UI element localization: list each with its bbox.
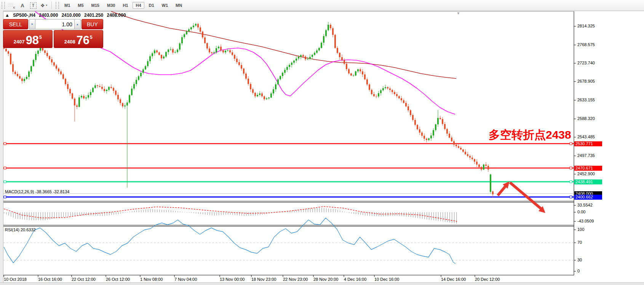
time-tick-label: 20 Dec 12:00 xyxy=(475,277,500,282)
chart-header: ▲ SP500-,H4 2403.000 2410.000 2401.250 2… xyxy=(5,13,128,18)
timeframe-m30[interactable]: M30 xyxy=(104,2,118,9)
time-tick-label: 22 Nov 23:00 xyxy=(283,277,308,282)
timeframe-h4[interactable]: H4 xyxy=(133,2,144,9)
level-handle-2-1[interactable] xyxy=(570,181,572,183)
buy-price-display[interactable]: 2408 76 5 xyxy=(54,30,104,48)
toolbar-separator xyxy=(51,2,52,9)
sell-button[interactable]: SELL xyxy=(3,19,28,29)
rsi-indicator-label: RSI(14) 20.6332 xyxy=(5,227,36,232)
indicator-grid-icon[interactable]: ···············F xyxy=(8,1,16,10)
toolbar-grip[interactable] xyxy=(2,2,5,9)
text-label-icon[interactable]: A xyxy=(18,1,27,10)
time-tick-label: 1 Nov 08:00 xyxy=(140,277,163,282)
time-tick-label: 28 Nov 20:00 xyxy=(313,277,338,282)
volume-decrease-button[interactable]: ▼ xyxy=(29,19,35,29)
volume-input[interactable] xyxy=(35,19,74,29)
level-price-badge: 2400.662 xyxy=(574,195,602,200)
level-price-badge: 2438.491 xyxy=(574,179,602,184)
price-tick-label: 2814.325 xyxy=(577,24,595,28)
price-tick-label: 2633.155 xyxy=(577,98,595,102)
text-box-icon[interactable]: T xyxy=(29,1,37,10)
one-click-trading-panel: SELL ▼ ▲ BUY 2407 98 5 2408 76 5 xyxy=(3,19,103,48)
ohlc-low: 2401.250 xyxy=(84,13,103,18)
chevron-down-icon: ▾ xyxy=(46,4,48,7)
time-tick-label: 26 Oct 12:00 xyxy=(106,277,130,282)
timeframe-h1[interactable]: H1 xyxy=(120,2,131,9)
chart-shift-marker[interactable]: ▼ xyxy=(457,11,460,15)
macd-indicator-label: MACD(12,26,9) -38.3665 -32.8134 xyxy=(5,189,69,194)
level-handle-1-1[interactable] xyxy=(570,167,572,169)
time-tick-label: 10 Dec 16:00 xyxy=(374,277,399,282)
time-tick-label: 22 Oct 12:00 xyxy=(72,277,96,282)
rsi-tick-label: 30 xyxy=(577,258,582,262)
macd-tick-label: 33.5542 xyxy=(577,203,593,207)
volume-increase-button[interactable]: ▲ xyxy=(74,19,81,29)
price-tick-label: 2588.320 xyxy=(577,116,595,121)
toolbar: ···············F A T ❖ ▾ M1M5M15M30H1H4D… xyxy=(0,0,644,11)
level-handle-2-0[interactable] xyxy=(4,181,6,183)
annotation-text[interactable]: 多空转折点2438 xyxy=(489,127,571,143)
timeframe-bar: M1M5M15M30H1H4D1W1MN xyxy=(61,2,186,9)
timeframe-m5[interactable]: M5 xyxy=(75,2,86,9)
buy-button[interactable]: BUY xyxy=(81,19,103,29)
sell-price-main: 2407 xyxy=(14,39,25,45)
timeframe-mn[interactable]: MN xyxy=(173,2,185,9)
timeframe-m15[interactable]: M15 xyxy=(88,2,102,9)
timeframe-w1[interactable]: W1 xyxy=(159,2,171,9)
time-tick-label: 14 Dec 16:00 xyxy=(441,277,466,282)
level-price-badge: 2470.671 xyxy=(574,166,602,171)
sell-price-display[interactable]: 2407 98 5 xyxy=(3,30,53,48)
level-handle-1-0[interactable] xyxy=(4,167,6,169)
ohlc-high: 2410.000 xyxy=(62,13,81,18)
objects-icon[interactable]: ❖ ▾ xyxy=(40,1,48,10)
collapse-chart-icon[interactable]: ▲ xyxy=(5,13,10,18)
time-tick-label: 10 Oct 2018 xyxy=(4,277,27,282)
time-tick-label: 7 Nov 04:00 xyxy=(174,277,197,282)
price-tick-label: 2452.900 xyxy=(577,171,595,176)
macd-tick-label: 0.00 xyxy=(577,210,585,214)
timeframe-m1[interactable]: M1 xyxy=(61,2,73,9)
buy-price-main: 2408 xyxy=(64,39,75,45)
time-tick-label: 18 Nov 23:00 xyxy=(251,277,276,282)
buy-price-pips: 76 xyxy=(77,35,89,46)
mt4-window: { "toolbar": { "tools": [ {"name":"grid-… xyxy=(0,0,644,285)
rsi-tick-label: 0 xyxy=(577,269,580,273)
price-tick-label: 2678.905 xyxy=(577,79,595,83)
buy-price-frac: 5 xyxy=(90,35,93,40)
sell-price-frac: 5 xyxy=(39,35,42,40)
price-tick-label: 2543.485 xyxy=(577,134,595,139)
price-tick-label: 2723.740 xyxy=(577,61,595,65)
window-left-edge xyxy=(0,11,3,283)
level-handle-4-0[interactable] xyxy=(4,196,6,198)
level-handle-4-1[interactable] xyxy=(570,196,572,198)
ohlc-open: 2403.000 xyxy=(39,13,58,18)
symbol-title: SP500-,H4 xyxy=(13,13,35,18)
level-price-badge: 2530.771 xyxy=(574,141,602,146)
price-tick-label: 2497.735 xyxy=(577,153,595,158)
time-tick-label: 13 Nov 00:00 xyxy=(220,277,244,282)
rsi-tick-label: 100 xyxy=(577,227,584,232)
rsi-tick-label: 70 xyxy=(577,240,582,245)
time-tick-label: 4 Dec 16:00 xyxy=(344,277,366,282)
price-tick-label: 2768.575 xyxy=(577,42,595,47)
ohlc-close: 2408.000 xyxy=(107,13,126,18)
timeframe-d1[interactable]: D1 xyxy=(146,2,157,9)
sell-price-pips: 98 xyxy=(26,35,39,46)
window-bottom-edge xyxy=(0,282,644,285)
toolbar-grip-2[interactable] xyxy=(56,2,59,9)
level-handle-0-0[interactable] xyxy=(4,142,6,145)
macd-tick-label: -43.0509 xyxy=(577,219,594,223)
time-tick-label: 16 Oct 16:00 xyxy=(38,277,62,282)
